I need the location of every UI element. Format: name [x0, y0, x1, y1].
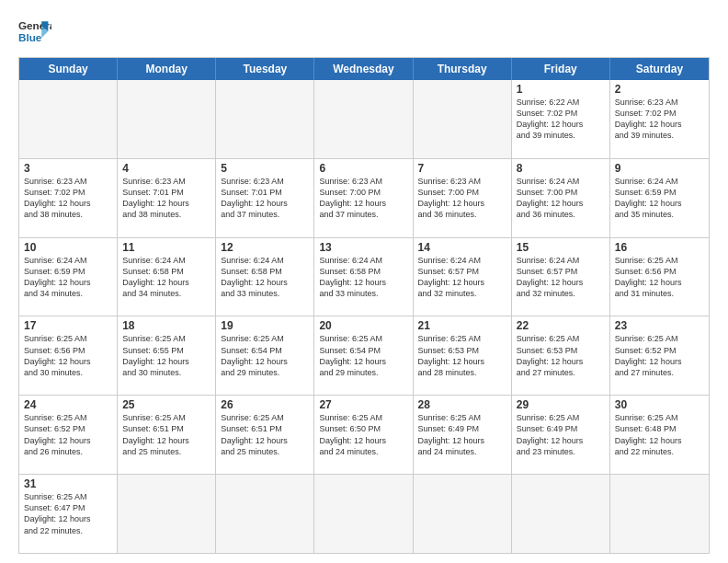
- day-info: Sunrise: 6:23 AM Sunset: 7:00 PM Dayligh…: [418, 176, 506, 221]
- day-number: 30: [615, 398, 704, 411]
- day-number: 21: [418, 319, 506, 332]
- day-cell-23: 23Sunrise: 6:25 AM Sunset: 6:52 PM Dayli…: [610, 316, 709, 395]
- day-header-saturday: Saturday: [610, 58, 709, 80]
- day-number: 9: [615, 162, 704, 175]
- day-header-monday: Monday: [118, 58, 216, 80]
- day-cell-5: 5Sunrise: 6:23 AM Sunset: 7:01 PM Daylig…: [216, 159, 314, 237]
- day-cell-19: 19Sunrise: 6:25 AM Sunset: 6:54 PM Dayli…: [216, 316, 314, 395]
- day-info: Sunrise: 6:25 AM Sunset: 6:49 PM Dayligh…: [418, 412, 506, 457]
- day-info: Sunrise: 6:22 AM Sunset: 7:02 PM Dayligh…: [517, 97, 605, 142]
- day-info: Sunrise: 6:25 AM Sunset: 6:53 PM Dayligh…: [517, 333, 605, 378]
- day-number: 14: [418, 241, 506, 254]
- day-cell-27: 27Sunrise: 6:25 AM Sunset: 6:50 PM Dayli…: [314, 396, 413, 474]
- day-info: Sunrise: 6:24 AM Sunset: 6:58 PM Dayligh…: [319, 255, 407, 300]
- day-number: 18: [122, 319, 210, 332]
- day-cell-12: 12Sunrise: 6:24 AM Sunset: 6:58 PM Dayli…: [216, 238, 314, 316]
- day-cell-2: 2Sunrise: 6:23 AM Sunset: 7:02 PM Daylig…: [610, 80, 709, 158]
- logo-icon: General Blue: [18, 15, 51, 48]
- day-cell-15: 15Sunrise: 6:24 AM Sunset: 6:57 PM Dayli…: [512, 238, 610, 316]
- day-info: Sunrise: 6:25 AM Sunset: 6:50 PM Dayligh…: [319, 412, 407, 457]
- day-number: 28: [418, 398, 506, 411]
- calendar-row-6: 31Sunrise: 6:25 AM Sunset: 6:47 PM Dayli…: [19, 474, 709, 553]
- day-info: Sunrise: 6:25 AM Sunset: 6:56 PM Dayligh…: [615, 255, 704, 300]
- day-info: Sunrise: 6:25 AM Sunset: 6:51 PM Dayligh…: [221, 412, 309, 457]
- svg-text:Blue: Blue: [18, 31, 42, 43]
- day-info: Sunrise: 6:24 AM Sunset: 6:58 PM Dayligh…: [122, 255, 210, 300]
- day-cell-7: 7Sunrise: 6:23 AM Sunset: 7:00 PM Daylig…: [414, 159, 512, 237]
- day-cell-24: 24Sunrise: 6:25 AM Sunset: 6:52 PM Dayli…: [19, 396, 118, 474]
- day-info: Sunrise: 6:25 AM Sunset: 6:52 PM Dayligh…: [615, 333, 704, 378]
- day-number: 8: [517, 162, 605, 175]
- empty-cell: [314, 80, 413, 158]
- day-number: 26: [221, 398, 309, 411]
- empty-cell: [216, 475, 314, 553]
- day-info: Sunrise: 6:24 AM Sunset: 6:59 PM Dayligh…: [615, 176, 704, 221]
- calendar-row-4: 17Sunrise: 6:25 AM Sunset: 6:56 PM Dayli…: [19, 316, 709, 395]
- day-info: Sunrise: 6:25 AM Sunset: 6:51 PM Dayligh…: [122, 412, 210, 457]
- day-cell-3: 3Sunrise: 6:23 AM Sunset: 7:02 PM Daylig…: [19, 159, 118, 237]
- empty-cell: [414, 475, 512, 553]
- calendar-row-5: 24Sunrise: 6:25 AM Sunset: 6:52 PM Dayli…: [19, 395, 709, 474]
- day-cell-16: 16Sunrise: 6:25 AM Sunset: 6:56 PM Dayli…: [610, 238, 709, 316]
- day-cell-20: 20Sunrise: 6:25 AM Sunset: 6:54 PM Dayli…: [314, 316, 413, 395]
- day-number: 17: [24, 319, 112, 332]
- day-cell-29: 29Sunrise: 6:25 AM Sunset: 6:49 PM Dayli…: [512, 396, 610, 474]
- day-number: 27: [319, 398, 407, 411]
- day-info: Sunrise: 6:25 AM Sunset: 6:49 PM Dayligh…: [517, 412, 605, 457]
- calendar-header: SundayMondayTuesdayWednesdayThursdayFrid…: [19, 58, 709, 80]
- empty-cell: [216, 80, 314, 158]
- day-number: 31: [24, 477, 112, 490]
- day-number: 6: [319, 162, 407, 175]
- day-info: Sunrise: 6:25 AM Sunset: 6:48 PM Dayligh…: [615, 412, 704, 457]
- day-cell-10: 10Sunrise: 6:24 AM Sunset: 6:59 PM Dayli…: [19, 238, 118, 316]
- calendar-row-3: 10Sunrise: 6:24 AM Sunset: 6:59 PM Dayli…: [19, 237, 709, 316]
- empty-cell: [118, 80, 216, 158]
- day-info: Sunrise: 6:23 AM Sunset: 7:01 PM Dayligh…: [221, 176, 309, 221]
- empty-cell: [118, 475, 216, 553]
- day-number: 12: [221, 241, 309, 254]
- day-header-friday: Friday: [512, 58, 610, 80]
- empty-cell: [19, 80, 118, 158]
- day-cell-8: 8Sunrise: 6:24 AM Sunset: 7:00 PM Daylig…: [512, 159, 610, 237]
- day-cell-21: 21Sunrise: 6:25 AM Sunset: 6:53 PM Dayli…: [414, 316, 512, 395]
- day-cell-6: 6Sunrise: 6:23 AM Sunset: 7:00 PM Daylig…: [314, 159, 413, 237]
- day-info: Sunrise: 6:25 AM Sunset: 6:47 PM Dayligh…: [24, 491, 112, 536]
- empty-cell: [414, 80, 512, 158]
- day-number: 13: [319, 241, 407, 254]
- day-number: 1: [517, 83, 605, 96]
- calendar-row-1: 1Sunrise: 6:22 AM Sunset: 7:02 PM Daylig…: [19, 80, 709, 158]
- day-info: Sunrise: 6:25 AM Sunset: 6:54 PM Dayligh…: [319, 333, 407, 378]
- day-number: 22: [517, 319, 605, 332]
- day-cell-30: 30Sunrise: 6:25 AM Sunset: 6:48 PM Dayli…: [610, 396, 709, 474]
- day-cell-25: 25Sunrise: 6:25 AM Sunset: 6:51 PM Dayli…: [118, 396, 216, 474]
- day-number: 19: [221, 319, 309, 332]
- day-info: Sunrise: 6:23 AM Sunset: 7:02 PM Dayligh…: [24, 176, 112, 221]
- day-cell-17: 17Sunrise: 6:25 AM Sunset: 6:56 PM Dayli…: [19, 316, 118, 395]
- day-info: Sunrise: 6:25 AM Sunset: 6:56 PM Dayligh…: [24, 333, 112, 378]
- day-cell-1: 1Sunrise: 6:22 AM Sunset: 7:02 PM Daylig…: [512, 80, 610, 158]
- day-info: Sunrise: 6:23 AM Sunset: 7:01 PM Dayligh…: [122, 176, 210, 221]
- day-number: 10: [24, 241, 112, 254]
- day-cell-4: 4Sunrise: 6:23 AM Sunset: 7:01 PM Daylig…: [118, 159, 216, 237]
- day-number: 5: [221, 162, 309, 175]
- day-info: Sunrise: 6:24 AM Sunset: 6:57 PM Dayligh…: [418, 255, 506, 300]
- calendar-row-2: 3Sunrise: 6:23 AM Sunset: 7:02 PM Daylig…: [19, 158, 709, 237]
- day-header-tuesday: Tuesday: [216, 58, 314, 80]
- day-number: 7: [418, 162, 506, 175]
- day-cell-31: 31Sunrise: 6:25 AM Sunset: 6:47 PM Dayli…: [19, 475, 118, 553]
- day-info: Sunrise: 6:25 AM Sunset: 6:54 PM Dayligh…: [221, 333, 309, 378]
- empty-cell: [512, 475, 610, 553]
- day-number: 2: [615, 83, 704, 96]
- empty-cell: [610, 475, 709, 553]
- day-header-sunday: Sunday: [19, 58, 118, 80]
- day-info: Sunrise: 6:23 AM Sunset: 7:00 PM Dayligh…: [319, 176, 407, 221]
- logo: General Blue: [18, 15, 51, 48]
- day-number: 15: [517, 241, 605, 254]
- day-header-thursday: Thursday: [414, 58, 512, 80]
- day-info: Sunrise: 6:25 AM Sunset: 6:53 PM Dayligh…: [418, 333, 506, 378]
- day-info: Sunrise: 6:24 AM Sunset: 6:57 PM Dayligh…: [517, 255, 605, 300]
- day-info: Sunrise: 6:25 AM Sunset: 6:52 PM Dayligh…: [24, 412, 112, 457]
- day-header-wednesday: Wednesday: [314, 58, 413, 80]
- day-number: 11: [122, 241, 210, 254]
- day-number: 25: [122, 398, 210, 411]
